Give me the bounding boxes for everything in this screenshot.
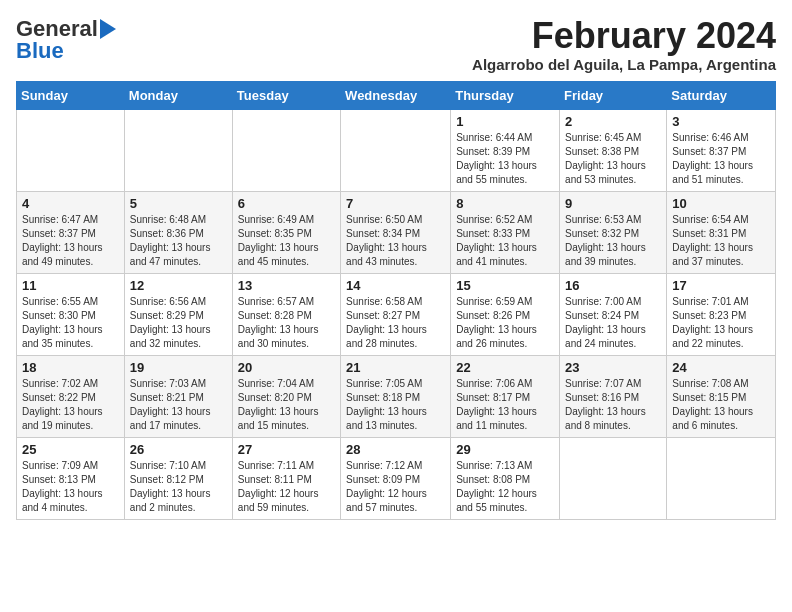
- day-number: 19: [130, 360, 227, 375]
- calendar-cell: [17, 109, 125, 191]
- day-number: 14: [346, 278, 445, 293]
- calendar-cell: 23Sunrise: 7:07 AM Sunset: 8:16 PM Dayli…: [560, 355, 667, 437]
- day-info: Sunrise: 7:04 AM Sunset: 8:20 PM Dayligh…: [238, 377, 335, 433]
- month-title: February 2024: [472, 16, 776, 56]
- weekday-header-friday: Friday: [560, 81, 667, 109]
- calendar-cell: 2Sunrise: 6:45 AM Sunset: 8:38 PM Daylig…: [560, 109, 667, 191]
- calendar-cell: 29Sunrise: 7:13 AM Sunset: 8:08 PM Dayli…: [451, 437, 560, 519]
- calendar-cell: 9Sunrise: 6:53 AM Sunset: 8:32 PM Daylig…: [560, 191, 667, 273]
- day-info: Sunrise: 6:47 AM Sunset: 8:37 PM Dayligh…: [22, 213, 119, 269]
- calendar-cell: 20Sunrise: 7:04 AM Sunset: 8:20 PM Dayli…: [232, 355, 340, 437]
- title-area: February 2024 Algarrobo del Aguila, La P…: [472, 16, 776, 73]
- calendar-cell: 15Sunrise: 6:59 AM Sunset: 8:26 PM Dayli…: [451, 273, 560, 355]
- logo: General Blue: [16, 16, 116, 64]
- day-info: Sunrise: 7:10 AM Sunset: 8:12 PM Dayligh…: [130, 459, 227, 515]
- logo-blue-text: Blue: [16, 38, 64, 64]
- calendar-cell: 8Sunrise: 6:52 AM Sunset: 8:33 PM Daylig…: [451, 191, 560, 273]
- day-info: Sunrise: 6:54 AM Sunset: 8:31 PM Dayligh…: [672, 213, 770, 269]
- day-number: 20: [238, 360, 335, 375]
- day-number: 2: [565, 114, 661, 129]
- calendar-cell: [667, 437, 776, 519]
- calendar-cell: [232, 109, 340, 191]
- weekday-header-tuesday: Tuesday: [232, 81, 340, 109]
- calendar-cell: 7Sunrise: 6:50 AM Sunset: 8:34 PM Daylig…: [341, 191, 451, 273]
- day-number: 13: [238, 278, 335, 293]
- day-info: Sunrise: 7:03 AM Sunset: 8:21 PM Dayligh…: [130, 377, 227, 433]
- day-info: Sunrise: 6:56 AM Sunset: 8:29 PM Dayligh…: [130, 295, 227, 351]
- day-number: 29: [456, 442, 554, 457]
- day-number: 1: [456, 114, 554, 129]
- calendar-cell: [124, 109, 232, 191]
- calendar-cell: 12Sunrise: 6:56 AM Sunset: 8:29 PM Dayli…: [124, 273, 232, 355]
- calendar-cell: 17Sunrise: 7:01 AM Sunset: 8:23 PM Dayli…: [667, 273, 776, 355]
- calendar-cell: 13Sunrise: 6:57 AM Sunset: 8:28 PM Dayli…: [232, 273, 340, 355]
- day-info: Sunrise: 7:06 AM Sunset: 8:17 PM Dayligh…: [456, 377, 554, 433]
- day-info: Sunrise: 6:55 AM Sunset: 8:30 PM Dayligh…: [22, 295, 119, 351]
- calendar-cell: 22Sunrise: 7:06 AM Sunset: 8:17 PM Dayli…: [451, 355, 560, 437]
- day-info: Sunrise: 6:46 AM Sunset: 8:37 PM Dayligh…: [672, 131, 770, 187]
- day-number: 17: [672, 278, 770, 293]
- day-number: 27: [238, 442, 335, 457]
- calendar-cell: 28Sunrise: 7:12 AM Sunset: 8:09 PM Dayli…: [341, 437, 451, 519]
- calendar-cell: 14Sunrise: 6:58 AM Sunset: 8:27 PM Dayli…: [341, 273, 451, 355]
- day-number: 12: [130, 278, 227, 293]
- calendar-cell: 5Sunrise: 6:48 AM Sunset: 8:36 PM Daylig…: [124, 191, 232, 273]
- day-info: Sunrise: 6:49 AM Sunset: 8:35 PM Dayligh…: [238, 213, 335, 269]
- day-info: Sunrise: 7:02 AM Sunset: 8:22 PM Dayligh…: [22, 377, 119, 433]
- location-subtitle: Algarrobo del Aguila, La Pampa, Argentin…: [472, 56, 776, 73]
- day-info: Sunrise: 7:08 AM Sunset: 8:15 PM Dayligh…: [672, 377, 770, 433]
- day-number: 28: [346, 442, 445, 457]
- calendar-table: SundayMondayTuesdayWednesdayThursdayFrid…: [16, 81, 776, 520]
- day-info: Sunrise: 7:12 AM Sunset: 8:09 PM Dayligh…: [346, 459, 445, 515]
- day-number: 5: [130, 196, 227, 211]
- day-number: 8: [456, 196, 554, 211]
- day-info: Sunrise: 7:09 AM Sunset: 8:13 PM Dayligh…: [22, 459, 119, 515]
- calendar-cell: 10Sunrise: 6:54 AM Sunset: 8:31 PM Dayli…: [667, 191, 776, 273]
- day-info: Sunrise: 7:07 AM Sunset: 8:16 PM Dayligh…: [565, 377, 661, 433]
- day-info: Sunrise: 6:45 AM Sunset: 8:38 PM Dayligh…: [565, 131, 661, 187]
- weekday-header-monday: Monday: [124, 81, 232, 109]
- calendar-cell: 6Sunrise: 6:49 AM Sunset: 8:35 PM Daylig…: [232, 191, 340, 273]
- day-info: Sunrise: 7:00 AM Sunset: 8:24 PM Dayligh…: [565, 295, 661, 351]
- weekday-header-thursday: Thursday: [451, 81, 560, 109]
- day-number: 22: [456, 360, 554, 375]
- day-number: 6: [238, 196, 335, 211]
- weekday-header-wednesday: Wednesday: [341, 81, 451, 109]
- calendar-cell: 26Sunrise: 7:10 AM Sunset: 8:12 PM Dayli…: [124, 437, 232, 519]
- day-number: 11: [22, 278, 119, 293]
- logo-arrow-icon: [100, 19, 116, 39]
- page-header: General Blue February 2024 Algarrobo del…: [16, 16, 776, 73]
- weekday-header-sunday: Sunday: [17, 81, 125, 109]
- day-number: 15: [456, 278, 554, 293]
- day-info: Sunrise: 6:59 AM Sunset: 8:26 PM Dayligh…: [456, 295, 554, 351]
- day-info: Sunrise: 6:58 AM Sunset: 8:27 PM Dayligh…: [346, 295, 445, 351]
- day-info: Sunrise: 6:48 AM Sunset: 8:36 PM Dayligh…: [130, 213, 227, 269]
- day-number: 26: [130, 442, 227, 457]
- day-number: 7: [346, 196, 445, 211]
- calendar-cell: 27Sunrise: 7:11 AM Sunset: 8:11 PM Dayli…: [232, 437, 340, 519]
- day-info: Sunrise: 7:13 AM Sunset: 8:08 PM Dayligh…: [456, 459, 554, 515]
- calendar-cell: 4Sunrise: 6:47 AM Sunset: 8:37 PM Daylig…: [17, 191, 125, 273]
- day-number: 16: [565, 278, 661, 293]
- day-info: Sunrise: 7:11 AM Sunset: 8:11 PM Dayligh…: [238, 459, 335, 515]
- calendar-cell: 16Sunrise: 7:00 AM Sunset: 8:24 PM Dayli…: [560, 273, 667, 355]
- calendar-cell: 24Sunrise: 7:08 AM Sunset: 8:15 PM Dayli…: [667, 355, 776, 437]
- day-number: 10: [672, 196, 770, 211]
- day-info: Sunrise: 6:53 AM Sunset: 8:32 PM Dayligh…: [565, 213, 661, 269]
- day-number: 4: [22, 196, 119, 211]
- calendar-cell: 21Sunrise: 7:05 AM Sunset: 8:18 PM Dayli…: [341, 355, 451, 437]
- calendar-cell: [560, 437, 667, 519]
- day-info: Sunrise: 6:44 AM Sunset: 8:39 PM Dayligh…: [456, 131, 554, 187]
- day-number: 25: [22, 442, 119, 457]
- calendar-cell: [341, 109, 451, 191]
- day-number: 9: [565, 196, 661, 211]
- day-info: Sunrise: 7:05 AM Sunset: 8:18 PM Dayligh…: [346, 377, 445, 433]
- day-number: 21: [346, 360, 445, 375]
- day-number: 3: [672, 114, 770, 129]
- day-number: 24: [672, 360, 770, 375]
- day-number: 18: [22, 360, 119, 375]
- day-info: Sunrise: 7:01 AM Sunset: 8:23 PM Dayligh…: [672, 295, 770, 351]
- calendar-cell: 25Sunrise: 7:09 AM Sunset: 8:13 PM Dayli…: [17, 437, 125, 519]
- day-info: Sunrise: 6:52 AM Sunset: 8:33 PM Dayligh…: [456, 213, 554, 269]
- day-info: Sunrise: 6:57 AM Sunset: 8:28 PM Dayligh…: [238, 295, 335, 351]
